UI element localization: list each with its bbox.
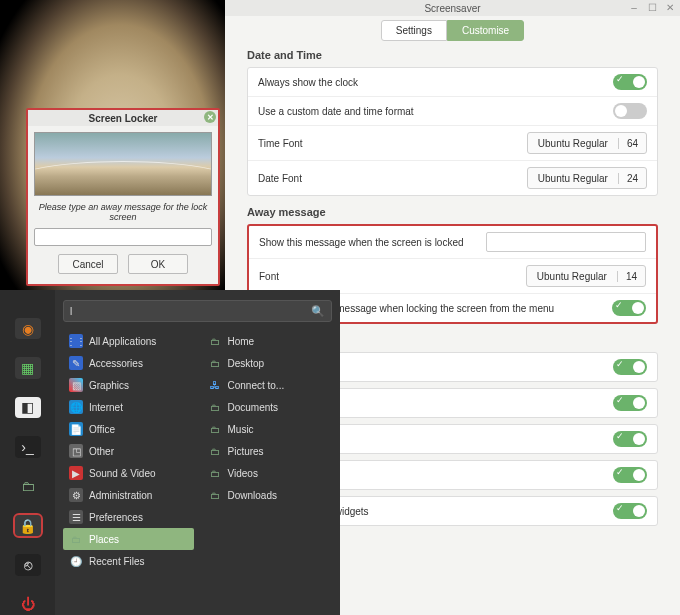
locker-preview-image	[34, 132, 212, 196]
toggle-album-art[interactable]	[613, 503, 647, 519]
launcher-terminal-icon[interactable]: ›_	[15, 436, 41, 457]
away-font-button[interactable]: Ubuntu Regular 14	[526, 265, 646, 287]
category-column: ⋮⋮All Applications ✎Accessories ▧Graphic…	[63, 330, 194, 605]
locker-title-text: Screen Locker	[89, 113, 158, 124]
launcher-firefox-icon[interactable]: ◉	[15, 318, 41, 339]
away-message-input[interactable]	[486, 232, 646, 252]
place-videos[interactable]: 🗀Videos	[202, 462, 333, 484]
cat-graphics[interactable]: ▧Graphics	[63, 374, 194, 396]
cat-places[interactable]: 🗀Places	[63, 528, 194, 550]
tab-customise[interactable]: Customise	[447, 20, 524, 41]
toggle-unknown1[interactable]	[613, 431, 647, 447]
date-font-button[interactable]: Ubuntu Regular 24	[527, 167, 647, 189]
label-always-show-clock: Always show the clock	[258, 77, 613, 88]
close-button[interactable]: ✕	[664, 1, 676, 13]
window-title: Screensaver	[424, 3, 480, 14]
minimize-button[interactable]: –	[628, 1, 640, 13]
launcher-lock-icon[interactable]: 🔒	[15, 515, 41, 536]
cat-accessories[interactable]: ✎Accessories	[63, 352, 194, 374]
tab-bar: Settings Customise	[225, 16, 680, 49]
toggle-always-show-clock[interactable]	[613, 74, 647, 90]
place-home[interactable]: 🗀Home	[202, 330, 333, 352]
toggle-shortcuts[interactable]	[613, 359, 647, 375]
toggle-ask-custom[interactable]	[612, 300, 646, 316]
place-connect[interactable]: 🖧Connect to...	[202, 374, 333, 396]
heading-date-time: Date and Time	[247, 49, 658, 61]
screen-locker-dialog: Screen Locker ✕ Please type an away mess…	[26, 108, 220, 286]
cat-other[interactable]: ◳Other	[63, 440, 194, 462]
menu-search[interactable]: 🔍	[63, 300, 332, 322]
locker-ok-button[interactable]: OK	[128, 254, 188, 274]
label-away-font: Font	[259, 271, 526, 282]
label-date-font: Date Font	[258, 173, 527, 184]
search-icon: 🔍	[311, 305, 325, 318]
launcher-bar: ◉ ▦ ◧ ›_ 🗀 🔒 ⎋ ⏻	[0, 290, 55, 615]
places-column: 🗀Home 🗀Desktop 🖧Connect to... 🗀Documents…	[202, 330, 333, 605]
toggle-unknown2[interactable]	[613, 467, 647, 483]
heading-away-message: Away message	[247, 206, 658, 218]
cat-sound-video[interactable]: ▶Sound & Video	[63, 462, 194, 484]
label-time-font: Time Font	[258, 138, 527, 149]
cat-internet[interactable]: 🌐Internet	[63, 396, 194, 418]
cat-all-applications[interactable]: ⋮⋮All Applications	[63, 330, 194, 352]
cat-preferences[interactable]: ☰Preferences	[63, 506, 194, 528]
label-custom-format: Use a custom date and time format	[258, 106, 613, 117]
application-menu: ◉ ▦ ◧ ›_ 🗀 🔒 ⎋ ⏻ 🔍 ⋮⋮All Applications ✎A…	[0, 290, 340, 615]
locker-message-input[interactable]	[34, 228, 212, 246]
launcher-app2-icon[interactable]: ◧	[15, 397, 41, 418]
tab-settings[interactable]: Settings	[381, 20, 447, 41]
menu-search-input[interactable]	[70, 306, 311, 317]
place-downloads[interactable]: 🗀Downloads	[202, 484, 333, 506]
locker-cancel-button[interactable]: Cancel	[58, 254, 118, 274]
time-font-button[interactable]: Ubuntu Regular 64	[527, 132, 647, 154]
cat-administration[interactable]: ⚙Administration	[63, 484, 194, 506]
place-music[interactable]: 🗀Music	[202, 418, 333, 440]
toggle-custom-format[interactable]	[613, 103, 647, 119]
launcher-power-icon[interactable]: ⏻	[15, 594, 41, 615]
launcher-files-icon[interactable]: 🗀	[15, 476, 41, 497]
place-documents[interactable]: 🗀Documents	[202, 396, 333, 418]
place-desktop[interactable]: 🗀Desktop	[202, 352, 333, 374]
maximize-button[interactable]: ☐	[646, 1, 658, 13]
place-pictures[interactable]: 🗀Pictures	[202, 440, 333, 462]
locker-close-button[interactable]: ✕	[204, 111, 216, 123]
launcher-logout-icon[interactable]: ⎋	[15, 554, 41, 575]
locker-titlebar: Screen Locker ✕	[28, 110, 218, 126]
toggle-controls[interactable]	[613, 395, 647, 411]
cat-office[interactable]: 📄Office	[63, 418, 194, 440]
cat-recent-files[interactable]: 🕘Recent Files	[63, 550, 194, 572]
section-date-time: Date and Time Always show the clock Use …	[225, 49, 680, 206]
locker-prompt: Please type an away message for the lock…	[34, 202, 212, 222]
label-show-message: Show this message when the screen is loc…	[259, 237, 486, 248]
launcher-app1-icon[interactable]: ▦	[15, 357, 41, 378]
window-titlebar: Screensaver – ☐ ✕	[225, 0, 680, 16]
